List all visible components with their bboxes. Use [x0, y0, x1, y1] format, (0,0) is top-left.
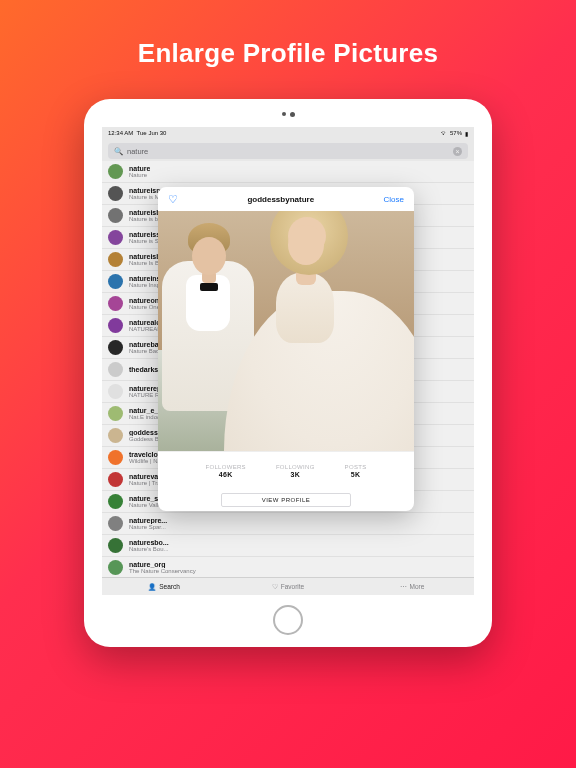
- close-button[interactable]: Close: [384, 195, 404, 204]
- tablet-screen: 12:34 AM Tue Jun 30 ᯤ 57% ▮ 🔍 nature × n…: [102, 127, 474, 595]
- home-button[interactable]: [273, 605, 303, 635]
- posts-value: 5K: [351, 471, 361, 478]
- following-value: 3K: [290, 471, 300, 478]
- profile-photo: [158, 211, 414, 451]
- modal-title: goddessbynature: [247, 195, 314, 204]
- following-label: FOLLOWING: [276, 464, 315, 470]
- posts-label: POSTS: [345, 464, 367, 470]
- favorite-button[interactable]: ♡: [168, 193, 178, 206]
- profile-stats: FOLLOWERS46K FOLLOWING3K POSTS5K: [158, 451, 414, 489]
- followers-label: FOLLOWERS: [206, 464, 246, 470]
- tablet-sensors: [282, 111, 295, 117]
- view-profile-button[interactable]: VIEW PROFILE: [221, 493, 351, 507]
- profile-modal: ♡ goddessbynature Close FOLLOWERS46K FOL…: [158, 187, 414, 511]
- tablet-frame: 12:34 AM Tue Jun 30 ᯤ 57% ▮ 🔍 nature × n…: [84, 99, 492, 647]
- followers-value: 46K: [219, 471, 233, 478]
- hero-title: Enlarge Profile Pictures: [138, 38, 439, 69]
